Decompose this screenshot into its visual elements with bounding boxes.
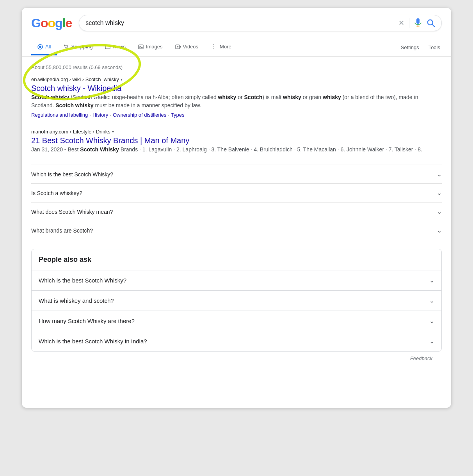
svg-rect-2 xyxy=(416,27,420,27)
voice-search-button[interactable] xyxy=(414,18,422,28)
chevron-down-icon-1: ⌄ xyxy=(437,171,442,178)
inline-faq-2[interactable]: Is Scotch a whiskey? ⌄ xyxy=(31,183,442,202)
result-2: manofmany.com › Lifestyle › Drinks ▾ 21 … xyxy=(31,129,442,154)
result-1-title[interactable]: Scotch whisky - Wikipedia xyxy=(31,84,121,92)
tab-all[interactable]: All xyxy=(31,39,57,55)
inline-faq-list: Which is the best Scotch Whisky? ⌄ Is Sc… xyxy=(31,165,442,240)
shopping-icon xyxy=(63,44,69,50)
result-link-types[interactable]: Types xyxy=(171,112,185,118)
chevron-down-icon-3: ⌄ xyxy=(437,208,442,215)
inline-faq-2-question: Is Scotch a whiskey? xyxy=(31,190,82,196)
paa-question-3: How many Scotch Whisky are there? xyxy=(39,318,135,324)
svg-rect-12 xyxy=(139,45,143,49)
chevron-down-icon-4: ⌄ xyxy=(437,227,442,234)
inline-faq-1[interactable]: Which is the best Scotch Whisky? ⌄ xyxy=(31,165,442,183)
search-box: ✕ xyxy=(79,15,442,31)
result-1: en.wikipedia.org › wiki › Scotch_whisky … xyxy=(31,76,442,118)
tab-videos-label: Videos xyxy=(183,44,199,50)
inline-faq-4[interactable]: What brands are Scotch? ⌄ xyxy=(31,221,442,240)
search-bar-area: Google ✕ xyxy=(22,8,451,38)
inline-faq-4-question: What brands are Scotch? xyxy=(31,227,93,234)
result-1-url: en.wikipedia.org › wiki › Scotch_whisky … xyxy=(31,76,442,82)
search-icon xyxy=(427,19,435,27)
logo-o1: o xyxy=(41,16,48,30)
nav-tabs-right: Settings Tools xyxy=(399,40,442,55)
all-icon xyxy=(37,44,43,50)
paa-item-4[interactable]: Which is the best Scotch Whisky in India… xyxy=(32,331,441,351)
news-icon xyxy=(105,44,110,50)
svg-rect-0 xyxy=(416,18,420,24)
mic-icon xyxy=(414,18,422,28)
svg-point-6 xyxy=(39,46,41,48)
images-icon xyxy=(138,44,144,50)
result-2-url: manofmany.com › Lifestyle › Drinks ▾ xyxy=(31,129,442,135)
logo-e: e xyxy=(65,16,72,30)
paa-item-2[interactable]: What is whiskey and scotch? ⌄ xyxy=(32,291,441,311)
divider xyxy=(409,18,409,28)
logo-g1: G xyxy=(31,16,41,30)
paa-question-2: What is whiskey and scotch? xyxy=(39,297,114,304)
search-button[interactable] xyxy=(427,19,435,27)
tab-shopping[interactable]: Shopping xyxy=(57,39,99,55)
people-also-ask-box: People also ask Which is the best Scotch… xyxy=(31,249,442,352)
result-link-history[interactable]: History xyxy=(92,112,108,118)
nav-tabs-area: All Shopping News Images Videos ⋮ More xyxy=(22,38,451,57)
svg-point-8 xyxy=(67,48,68,48)
main-content: About 55,800,000 results (0.69 seconds) … xyxy=(22,57,451,408)
search-box-icons: ✕ xyxy=(398,18,435,28)
logo-o2: o xyxy=(48,16,55,30)
paa-header: People also ask xyxy=(32,249,441,270)
tab-more[interactable]: ⋮ More xyxy=(204,38,238,56)
result-2-title[interactable]: 21 Best Scotch Whisky Brands | Man of Ma… xyxy=(31,136,189,145)
tab-news-label: News xyxy=(113,44,126,50)
paa-chevron-2: ⌄ xyxy=(429,297,434,304)
paa-item-3[interactable]: How many Scotch Whisky are there? ⌄ xyxy=(32,311,441,331)
result-1-url-arrow[interactable]: ▾ xyxy=(121,77,123,82)
feedback-row: Feedback xyxy=(31,352,442,365)
google-logo: Google xyxy=(31,16,72,30)
result-1-links: Regulations and labelling · History · Ow… xyxy=(31,112,442,118)
feedback-link[interactable]: Feedback xyxy=(410,355,432,361)
more-icon: ⋮ xyxy=(211,43,217,50)
settings-link[interactable]: Settings xyxy=(399,40,421,55)
svg-rect-1 xyxy=(418,25,418,27)
result-2-snippet: Jan 31, 2020 - Best Scotch Whisky Brands… xyxy=(31,146,442,154)
result-1-url-text: en.wikipedia.org › wiki › Scotch_whisky xyxy=(31,76,119,82)
result-2-url-text: manofmany.com › Lifestyle › Drinks xyxy=(31,129,110,135)
videos-icon xyxy=(175,44,181,50)
paa-question-1: Which is the best Scotch Whisky? xyxy=(39,277,126,284)
inline-faq-3-question: What does Scotch Whisky mean? xyxy=(31,209,113,215)
result-1-snippet: Scotch whisky (Scottish Gaelic: uisge-be… xyxy=(31,93,442,110)
tab-images-label: Images xyxy=(146,44,163,50)
search-input[interactable] xyxy=(85,20,395,27)
inline-faq-3[interactable]: What does Scotch Whisky mean? ⌄ xyxy=(31,202,442,221)
tools-link[interactable]: Tools xyxy=(427,40,442,55)
paa-chevron-1: ⌄ xyxy=(429,277,434,284)
svg-point-7 xyxy=(65,48,66,48)
chevron-down-icon-2: ⌄ xyxy=(437,189,442,197)
clear-icon: ✕ xyxy=(398,19,404,27)
paa-chevron-3: ⌄ xyxy=(429,317,434,325)
tab-videos[interactable]: Videos xyxy=(169,39,205,55)
tab-news[interactable]: News xyxy=(99,39,132,55)
inline-faq-1-question: Which is the best Scotch Whisky? xyxy=(31,171,113,178)
tab-images[interactable]: Images xyxy=(132,39,169,55)
paa-chevron-4: ⌄ xyxy=(429,337,434,345)
svg-line-4 xyxy=(432,24,434,27)
nav-tabs-left: All Shopping News Images Videos ⋮ More xyxy=(31,38,238,56)
result-link-regulations[interactable]: Regulations and labelling xyxy=(31,112,88,118)
browser-container: Google ✕ xyxy=(22,8,451,408)
tab-shopping-label: Shopping xyxy=(71,44,92,50)
result-link-ownership[interactable]: Ownership of distilleries xyxy=(113,112,166,118)
logo-g2: g xyxy=(55,16,62,30)
paa-question-4: Which is the best Scotch Whisky in India… xyxy=(39,338,147,345)
svg-marker-16 xyxy=(177,46,179,48)
tab-all-label: All xyxy=(45,44,51,50)
annotation-wrapper: About 55,800,000 results (0.69 seconds) xyxy=(31,64,442,70)
results-count: About 55,800,000 results (0.69 seconds) xyxy=(31,64,442,70)
tab-more-label: More xyxy=(220,44,231,50)
clear-button[interactable]: ✕ xyxy=(398,19,404,27)
paa-item-1[interactable]: Which is the best Scotch Whisky? ⌄ xyxy=(32,270,441,291)
result-2-url-arrow[interactable]: ▾ xyxy=(112,130,114,134)
